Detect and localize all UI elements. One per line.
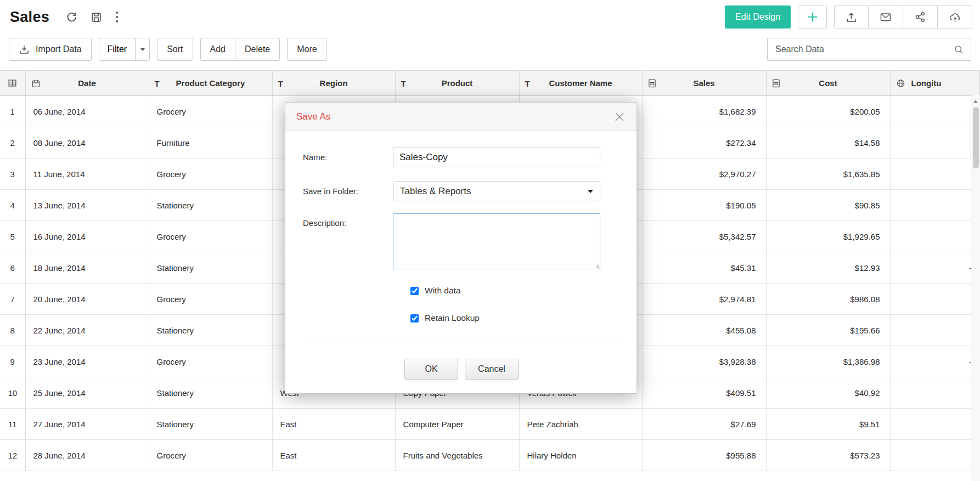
more-button[interactable]: More: [287, 38, 326, 61]
cell-cost[interactable]: $1,386.98: [766, 346, 890, 377]
cell-cost[interactable]: $1,635.85: [766, 159, 890, 190]
cancel-button[interactable]: Cancel: [465, 359, 519, 380]
cell-longitude[interactable]: [890, 96, 980, 127]
cell-longitude[interactable]: [890, 409, 980, 440]
save-button[interactable]: [91, 12, 102, 23]
filter-button[interactable]: Filter: [99, 38, 136, 61]
cell-longitude[interactable]: [890, 127, 980, 159]
folder-select[interactable]: Tables & Reports: [393, 182, 600, 201]
cell-longitude[interactable]: [890, 315, 980, 346]
publish-button[interactable]: [938, 5, 972, 29]
cell-product[interactable]: Fruits and Vegetables: [395, 440, 519, 471]
cell-sales[interactable]: $409.51: [642, 377, 766, 409]
row-number[interactable]: 11: [0, 409, 25, 440]
row-number[interactable]: 2: [0, 127, 25, 159]
cell-sales[interactable]: $45.31: [642, 252, 766, 284]
cell-date[interactable]: 18 June, 2014: [25, 252, 149, 284]
cell-date[interactable]: 08 June, 2014: [25, 127, 149, 159]
cell-date[interactable]: 20 June, 2014: [25, 284, 149, 315]
cell-product-category[interactable]: Furniture: [149, 127, 272, 159]
row-number[interactable]: 5: [0, 221, 25, 252]
cell-date[interactable]: 06 June, 2014: [25, 96, 149, 127]
ok-button[interactable]: OK: [404, 359, 458, 380]
row-number[interactable]: 9: [0, 346, 25, 377]
cell-product-category[interactable]: Grocery: [149, 159, 272, 190]
email-button[interactable]: [869, 5, 903, 29]
scroll-up-arrow-icon[interactable]: [973, 100, 978, 103]
cell-date[interactable]: 11 June, 2014: [25, 159, 149, 190]
cell-longitude[interactable]: [890, 440, 980, 471]
cell-date[interactable]: 27 June, 2014: [25, 409, 149, 440]
cell-longitude[interactable]: -: [890, 346, 980, 377]
cell-longitude[interactable]: [890, 377, 980, 409]
column-header-product[interactable]: T Product: [395, 71, 519, 96]
retain-lookup-checkbox[interactable]: [410, 314, 419, 322]
cell-cost[interactable]: $90.85: [766, 190, 890, 221]
column-header-region[interactable]: T Region: [272, 71, 395, 96]
cell-customer-name[interactable]: Hilary Holden: [519, 440, 642, 471]
cell-product-category[interactable]: Stationery: [149, 377, 272, 409]
row-number[interactable]: 7: [0, 284, 25, 315]
cell-cost[interactable]: $573.23: [766, 440, 890, 471]
row-number[interactable]: 3: [0, 159, 25, 190]
column-header-customer-name[interactable]: T Customer Name: [519, 71, 642, 96]
cell-cost[interactable]: $195.66: [766, 315, 890, 346]
more-options-button[interactable]: [115, 11, 119, 23]
delete-button[interactable]: Delete: [235, 38, 280, 61]
cell-date[interactable]: 25 June, 2014: [25, 377, 149, 409]
cell-date[interactable]: 13 June, 2014: [25, 190, 149, 221]
cell-date[interactable]: 28 June, 2014: [25, 440, 149, 471]
cell-product-category[interactable]: Grocery: [149, 346, 272, 377]
cell-region[interactable]: East: [272, 440, 395, 471]
cell-sales[interactable]: $3,928.38: [642, 346, 766, 377]
cell-product-category[interactable]: Grocery: [149, 96, 272, 127]
column-header-sales[interactable]: Sales: [642, 71, 766, 96]
cell-sales[interactable]: $455.08: [642, 315, 766, 346]
description-textarea[interactable]: [393, 213, 600, 269]
cell-cost[interactable]: $1,929.65: [766, 221, 890, 252]
cell-product-category[interactable]: Grocery: [149, 440, 272, 471]
filter-dropdown-button[interactable]: [135, 38, 150, 61]
cell-sales[interactable]: $27.69: [642, 409, 766, 440]
row-number[interactable]: 1: [0, 96, 25, 127]
cell-product-category[interactable]: Grocery: [149, 284, 272, 315]
column-header-date[interactable]: Date: [25, 71, 149, 96]
cell-longitude[interactable]: [890, 221, 980, 252]
cell-product-category[interactable]: Stationery: [149, 190, 272, 221]
name-input[interactable]: [393, 148, 600, 167]
scrollbar-thumb[interactable]: [973, 107, 979, 168]
row-number[interactable]: 6: [0, 252, 25, 284]
row-number[interactable]: 10: [0, 377, 25, 409]
cell-cost[interactable]: $9.51: [766, 409, 890, 440]
cell-sales[interactable]: $955.88: [642, 440, 766, 471]
share-button[interactable]: [903, 5, 938, 29]
vertical-scrollbar[interactable]: [971, 95, 980, 481]
row-number[interactable]: 12: [0, 440, 25, 471]
row-number[interactable]: 8: [0, 315, 25, 346]
cell-longitude[interactable]: [890, 284, 980, 315]
select-all-header[interactable]: [0, 71, 25, 96]
column-header-product-category[interactable]: T Product Category: [149, 71, 272, 96]
row-number[interactable]: 4: [0, 190, 25, 221]
refresh-button[interactable]: [66, 12, 77, 23]
cell-date[interactable]: 16 June, 2014: [25, 221, 149, 252]
add-new-button[interactable]: [798, 5, 827, 29]
cell-product-category[interactable]: Grocery: [149, 221, 272, 252]
cell-cost[interactable]: $12.93: [766, 252, 890, 284]
cell-product-category[interactable]: Stationery: [149, 315, 272, 346]
cell-date[interactable]: 22 June, 2014: [25, 315, 149, 346]
cell-sales[interactable]: $2,974.81: [642, 284, 766, 315]
cell-product-category[interactable]: Stationery: [149, 252, 272, 284]
column-header-cost[interactable]: Cost: [766, 71, 890, 96]
cell-cost[interactable]: $14.58: [766, 127, 890, 159]
cell-longitude[interactable]: -: [890, 252, 980, 284]
export-button[interactable]: [834, 5, 869, 29]
search-input[interactable]: [774, 44, 954, 55]
with-data-checkbox[interactable]: [410, 287, 419, 295]
cell-date[interactable]: 23 June, 2014: [25, 346, 149, 377]
cell-cost[interactable]: $40.92: [766, 377, 890, 409]
column-header-longitude[interactable]: Longitu: [890, 71, 980, 96]
cell-sales[interactable]: $5,342.57: [642, 221, 766, 252]
cell-sales[interactable]: $190.05: [642, 190, 766, 221]
add-button[interactable]: Add: [200, 38, 235, 61]
